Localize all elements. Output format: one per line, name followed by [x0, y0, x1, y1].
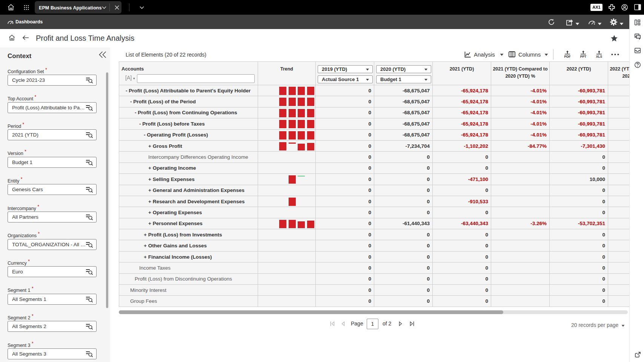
svg-text:PDF: PDF: [564, 55, 571, 58]
svg-text:PPT: PPT: [580, 55, 587, 58]
svg-text:XLS: XLS: [596, 55, 603, 58]
